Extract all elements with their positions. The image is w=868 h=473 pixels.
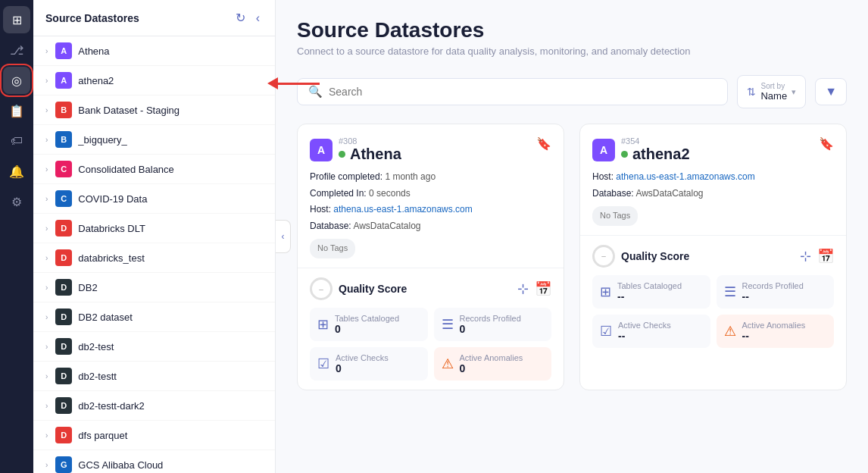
icon-nav: ⊞ ⎇ ◎ 📋 🏷 🔔 ⚙ [0,0,33,473]
network-icon[interactable]: ⊹ [517,280,529,297]
sidebar-item-label: db2-testt [78,371,266,382]
gear-icon[interactable]: ⚙ [3,188,30,215]
sidebar-item-11[interactable]: › D db2-testt [33,362,275,391]
tables-cataloged-label: Tables Cataloged [335,314,399,323]
calendar-icon[interactable]: 📅 [535,280,551,297]
quality-score-row: – Quality Score ⊹ 📅 [310,277,551,300]
status-dot [621,151,628,158]
sidebar-item-12[interactable]: › D db2-testt-dark2 [33,391,275,421]
check-icon: ☑ [317,356,329,372]
chevron-icon: › [45,47,48,55]
sidebar-item-2[interactable]: › B Bank Dataset - Staging [33,96,275,125]
calendar-icon[interactable]: 📅 [817,248,834,265]
tables-cataloged-value: -- [617,290,682,302]
ds-icon: A [55,42,72,59]
filter-icon: ▼ [825,85,837,99]
chevron-icon: › [45,313,48,321]
table-icon: ⊞ [317,316,329,333]
red-arrow-annotation [268,77,320,89]
score-circle: – [310,277,333,300]
sidebar-item-13[interactable]: › D dfs parquet [33,421,275,450]
toolbar: 🔍 ⇅ Sort by Name ▾ ▼ [297,75,847,108]
records-profiled-label: Records Profiled [742,281,804,290]
sidebar-item-4[interactable]: › C Consolidated Balance [33,155,275,184]
sidebar-item-label: db2-test [78,341,266,352]
active-anomalies-label: Active Anomalies [742,321,806,330]
tag-icon[interactable]: 🏷 [3,127,30,155]
host-link[interactable]: athena.us-east-1.amazonaws.com [616,171,754,182]
card-meta: Host: athena.us-east-1.amazonaws.com Dat… [592,169,834,226]
chevron-icon: › [45,165,48,174]
cards-grid: A #308 Athena 🔖 Profile completed: 1 mon… [297,124,847,390]
network-icon[interactable]: ⊹ [800,248,811,265]
sidebar-item-0[interactable]: › A Athena [33,36,275,66]
ds-icon: D [55,397,72,414]
quality-icons: ⊹ 📅 [517,280,551,297]
active-checks-label: Active Checks [336,353,389,362]
sidebar-item-8[interactable]: › D DB2 [33,273,275,302]
filter-button[interactable]: ▼ [815,78,847,105]
ds-icon: C [55,190,72,207]
completed-in: Completed In: 0 seconds [310,186,551,202]
sidebar-item-label: GCS Alibaba Cloud [78,459,266,471]
card-header: A #354 athena2 🔖 Host: athena.us-east-1.… [580,124,846,236]
sort-box[interactable]: ⇅ Sort by Name ▾ [737,75,806,108]
target-icon[interactable]: ◎ [3,67,30,94]
sidebar-item-3[interactable]: › B _bigquery_ [33,125,275,155]
records-icon: ☰ [442,316,454,333]
datastore-card-0[interactable]: A #308 Athena 🔖 Profile completed: 1 mon… [297,124,564,390]
clipboard-icon[interactable]: 📋 [3,97,30,124]
collapse-sidebar-button[interactable]: ‹ [253,10,263,27]
refresh-button[interactable]: ↻ [233,9,248,27]
bell-icon[interactable]: 🔔 [3,158,30,185]
chevron-icon: › [45,343,48,351]
sidebar-item-label: _bigquery_ [78,134,266,146]
search-box[interactable]: 🔍 [297,78,728,105]
sidebar-title: Source Datastores [45,12,139,24]
chevron-icon: › [45,431,48,440]
card-name: athena2 [621,146,690,163]
sidebar-item-10[interactable]: › D db2-test [33,332,275,362]
grid-icon[interactable]: ⊞ [3,6,30,33]
sidebar-item-7[interactable]: › D databricks_test [33,243,275,273]
datastore-card-1[interactable]: A #354 athena2 🔖 Host: athena.us-east-1.… [579,124,847,390]
host-link[interactable]: athena.us-east-1.amazonaws.com [333,204,472,215]
card-stats: – Quality Score ⊹ 📅 ⊞ Tables Cataloged 0 [298,268,564,390]
sidebar-list: › A Athena › A athena2 › B Bank Dataset … [33,36,275,473]
search-input[interactable] [329,86,717,98]
bookmark-icon[interactable]: 🔖 [819,136,834,151]
sidebar-item-14[interactable]: › G GCS Alibaba Cloud [33,450,275,473]
sidebar-item-label: Consolidated Balance [78,164,266,175]
sidebar-item-6[interactable]: › D Databricks DLT [33,214,275,243]
no-tags-badge[interactable]: No Tags [592,206,638,226]
no-tags-badge[interactable]: No Tags [310,239,355,258]
active-anomalies-info: Active Anomalies 0 [460,353,523,374]
active-anomalies-cell: ⚠ Active Anomalies -- [717,315,835,348]
sidebar-header: Source Datastores ↻ ‹ [33,0,275,36]
chevron-icon: › [45,224,48,233]
hierarchy-icon[interactable]: ⎇ [3,36,30,64]
card-id: #354 [621,136,690,146]
sidebar-item-label: Bank Dataset - Staging [78,105,266,116]
bookmark-icon[interactable]: 🔖 [536,136,551,151]
collapse-panel-button[interactable]: ‹ [276,220,291,253]
active-anomalies-label: Active Anomalies [460,353,523,362]
card-id: #308 [339,136,401,146]
ds-icon: D [55,338,72,355]
sort-chevron-icon: ▾ [792,87,796,97]
ds-icon: A [55,72,72,89]
quality-score-left: – Quality Score [592,245,689,268]
card-database: Database: AwsDataCatalog [592,186,834,202]
sidebar-item-9[interactable]: › D DB2 dataset [33,302,275,332]
sidebar-item-label: dfs parquet [78,430,266,441]
chevron-icon: › [45,402,48,410]
quality-score-row: – Quality Score ⊹ 📅 [592,245,834,268]
active-checks-label: Active Checks [618,321,671,330]
sidebar-item-1[interactable]: › A athena2 [33,66,275,96]
tables-cataloged-info: Tables Cataloged -- [617,281,682,302]
sidebar-item-5[interactable]: › C COVID-19 Data [33,184,275,214]
content-area: Source Datastores Connect to a source da… [276,0,868,409]
card-meta: Profile completed: 1 month ago Completed… [310,169,551,258]
tables-cataloged-cell: ⊞ Tables Cataloged 0 [310,308,428,341]
card-header: A #308 Athena 🔖 Profile completed: 1 mon… [298,124,564,268]
